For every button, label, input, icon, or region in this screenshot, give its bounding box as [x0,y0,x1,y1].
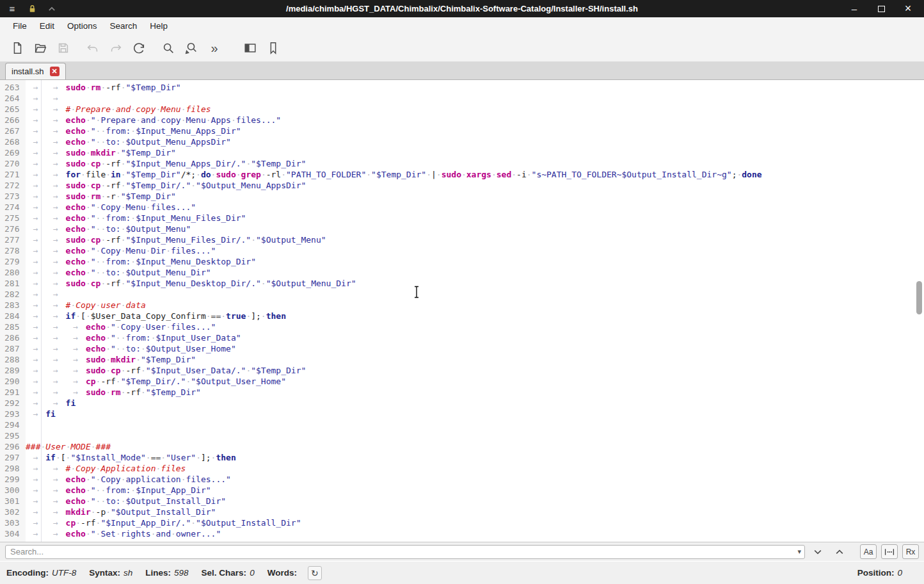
code-line: 291→→→sudo·rm·-rf·"$Temp_Dir" [0,387,924,398]
tab-whitespace-icon: → [45,256,65,267]
line-number: 278 [0,245,26,256]
tab-whitespace-icon: → [26,398,45,409]
code-line: 271→→for·file·in·"$Temp_Dir"/*;·do·sudo·… [0,169,924,180]
line-number: 269 [0,147,26,158]
menu-search[interactable]: Search [104,19,144,33]
code-line: 270→→sudo·cp·-rf·"$Input_Menu_Apps_Dir/.… [0,158,924,169]
tab-whitespace-icon: → [26,474,45,485]
code-line: 281→→sudo·cp·-rf·"$Input_Menu_Desktop_Di… [0,278,924,289]
whole-word-toggle[interactable] [881,544,898,559]
tab-whitespace-icon: → [26,158,45,169]
tab-whitespace-icon: → [26,267,45,278]
refresh-icon[interactable] [129,38,148,58]
tab-whitespace-icon: → [26,387,45,398]
tab-whitespace-icon: → [45,528,65,539]
menu-edit[interactable]: Edit [33,19,61,33]
window-title: /media/chimba/HGST_DATA/Chimbalix/Chimba… [0,4,924,13]
tab-whitespace-icon: → [45,136,65,147]
vertical-scrollbar[interactable] [916,281,922,314]
line-number: 272 [0,180,26,191]
tab-whitespace-icon: → [26,517,45,528]
code-line: 269→→sudo·mkdir·"$Temp_Dir" [0,147,924,158]
line-number: 295 [0,430,26,441]
undo-icon[interactable] [83,38,102,58]
line-number: 268 [0,136,26,147]
search-input[interactable] [5,545,805,559]
tab-whitespace-icon: → [45,126,65,136]
more-tools-icon[interactable]: » [205,38,224,58]
tab-close-icon[interactable]: ✕ [50,67,60,76]
tab-whitespace-icon: → [45,104,65,115]
menu-options[interactable]: Options [61,19,104,33]
tab-whitespace-icon: → [45,300,65,311]
open-folder-icon[interactable] [31,38,50,58]
code-line: 296###·User·MODE·### [0,441,924,452]
code-line: 280→→echo·"··to:·$Output_Menu_Dir" [0,267,924,278]
toolbar: » [0,35,924,62]
save-icon[interactable] [54,38,73,58]
side-panel-toggle-icon[interactable] [241,38,260,58]
line-number: 274 [0,202,26,213]
search-replace-icon[interactable] [182,38,201,58]
lock-icon[interactable] [26,3,38,15]
regex-toggle[interactable]: Rx [902,544,919,559]
menu-help[interactable]: Help [143,19,174,33]
bookmark-icon[interactable] [264,38,283,58]
tab-whitespace-icon: → [26,343,45,354]
line-number: 285 [0,321,26,332]
text-cursor-pointer [413,286,420,301]
code-line: 304→→echo·"·Set·rights·and·owner..." [0,528,924,539]
line-number: 292 [0,398,26,409]
tab-whitespace-icon: → [45,343,65,354]
word-count-refresh-icon[interactable]: ↻ [308,566,322,580]
tab-whitespace-icon: → [26,289,45,300]
redo-icon[interactable] [106,38,125,58]
tab-whitespace-icon: → [26,147,45,158]
code-line: 278→→echo·"·Copy·Menu·Dir·files..." [0,245,924,256]
minimize-button[interactable]: – [847,2,861,16]
tab-whitespace-icon: → [26,213,45,223]
find-previous-icon[interactable] [831,544,848,560]
tab-whitespace-icon: → [26,202,45,213]
tab-whitespace-icon: → [26,300,45,311]
hamburger-icon[interactable]: ≡ [6,3,18,15]
new-document-icon[interactable] [8,38,27,58]
search-icon[interactable] [159,38,178,58]
code-line: 295 [0,430,924,441]
line-number: 291 [0,387,26,398]
tab-install-sh[interactable]: install.sh ✕ [5,63,66,79]
tab-whitespace-icon: → [26,496,45,507]
tab-whitespace-icon: → [45,507,65,517]
tab-whitespace-icon: → [66,365,86,376]
tab-whitespace-icon: → [66,387,86,398]
code-line: 267→→echo·"··from:·$Input_Menu_Apps_Dir" [0,126,924,136]
code-line: 288→→→sudo·mkdir·"$Temp_Dir" [0,354,924,365]
line-number: 265 [0,104,26,115]
find-next-icon[interactable] [809,544,827,560]
maximize-button[interactable] [874,2,888,16]
menu-file[interactable]: File [6,19,33,33]
tab-whitespace-icon: → [26,463,45,474]
tab-whitespace-icon: → [45,387,65,398]
line-number: 276 [0,223,26,234]
code-editor[interactable]: 263→→sudo·rm·-rf·"$Temp_Dir"264→→265→→#·… [0,80,924,542]
line-number: 271 [0,169,26,180]
line-number: 300 [0,485,26,496]
code-lines: 263→→sudo·rm·-rf·"$Temp_Dir"264→→265→→#·… [0,80,924,539]
line-number: 279 [0,256,26,267]
code-line: 274→→echo·"·Copy·Menu·files..." [0,202,924,213]
code-line: 264→→ [0,93,924,104]
status-lines: Lines:598 [145,568,188,578]
match-case-toggle[interactable]: Aa [860,544,877,559]
caret-up-icon[interactable] [46,3,58,15]
tab-whitespace-icon: → [26,191,45,202]
search-history-dropdown-icon[interactable]: ▾ [797,548,801,556]
tab-whitespace-icon: → [45,376,65,387]
close-button[interactable]: × [901,2,915,16]
line-number: 286 [0,332,26,343]
line-number: 302 [0,507,26,517]
line-number: 299 [0,474,26,485]
line-number: 263 [0,82,26,93]
tab-whitespace-icon: → [26,321,45,332]
tab-whitespace-icon: → [26,104,45,115]
